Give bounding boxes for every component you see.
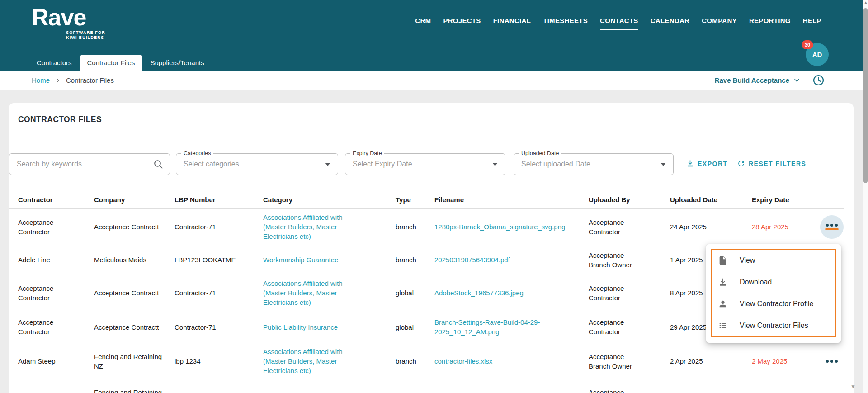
cell-expiry-date: 2 May 2025 <box>752 353 819 369</box>
ellipsis-icon <box>826 360 838 363</box>
cell-category[interactable]: Associations Affiliated with (Master Bui… <box>263 343 396 379</box>
cell-lbp: lbp 1234 <box>175 388 263 393</box>
cell-category[interactable]: Health and Safety <box>263 388 396 393</box>
table-row: Acceptance ContractorAcceptance Contract… <box>9 209 844 245</box>
cell-uploaded-date: 2 Apr 2025 <box>670 353 752 369</box>
cell-uploaded-by: Acceptance Contractor <box>589 314 670 340</box>
menu-item-view[interactable]: View <box>712 250 835 271</box>
nav-item-calendar[interactable]: CALENDAR <box>651 17 690 30</box>
person-icon <box>718 299 728 309</box>
cell-contractor: Acceptance Contractor <box>18 214 94 240</box>
page-title: CONTRACTOR FILES <box>18 115 102 124</box>
row-actions-button[interactable] <box>820 385 844 393</box>
cell-type: branch <box>396 251 434 268</box>
tab-suppliers-tenants[interactable]: Suppliers/Tenants <box>142 55 212 71</box>
cell-company: Acceptance Contractt <box>94 218 175 235</box>
cell-filename[interactable]: 20250319075643904.pdf <box>434 251 589 268</box>
cell-uploaded-date: 2 Apr 2025 <box>670 388 752 393</box>
app-header: Rave SOFTWARE FOR KIWI BUILDERS CRMPROJE… <box>0 0 863 71</box>
cell-filename[interactable]: AdobeStock_196577336.jpeg <box>434 284 589 301</box>
cell-contractor: Adam Steep <box>18 388 94 393</box>
menu-item-view-contractor-files[interactable]: View Contractor Files <box>712 315 835 336</box>
company-selector-dropdown[interactable]: Rave Build Acceptance <box>715 76 800 84</box>
uploaded-date-select[interactable]: Uploaded Date Select uploaded Date <box>514 153 674 175</box>
cell-filename[interactable]: contractor-files(2).xlsx <box>434 388 589 393</box>
row-actions-button[interactable] <box>820 215 844 239</box>
cell-contractor: Acceptance Contractor <box>18 280 94 306</box>
breadcrumb-home-link[interactable]: Home <box>32 76 50 84</box>
chevron-right-icon <box>55 78 61 83</box>
expiry-date-value: Select Expiry Date <box>353 154 412 175</box>
company-selector-label: Rave Build Acceptance <box>715 76 789 84</box>
search-icon[interactable] <box>153 159 164 171</box>
ellipsis-icon <box>826 224 838 227</box>
cell-company: Acceptance Contractt <box>94 284 175 301</box>
categories-value: Select categories <box>184 154 239 175</box>
notification-badge[interactable]: 30 <box>802 40 813 49</box>
cell-lbp: LBP123LOOKATME <box>175 251 263 268</box>
cell-type: branch <box>396 218 434 235</box>
main-nav: CRMPROJECTSFINANCIALTIMESHEETSCONTACTSCA… <box>415 17 821 30</box>
menu-item-view-contractor-profile[interactable]: View Contractor Profile <box>712 293 835 315</box>
scrollbar-thumb[interactable] <box>863 8 868 183</box>
column-header-filename: Filename <box>434 196 589 204</box>
tab-contractors[interactable]: Contractors <box>29 55 80 71</box>
nav-item-timesheets[interactable]: TIMESHEETS <box>543 17 588 30</box>
cell-type: branch <box>396 353 434 369</box>
cell-category[interactable]: Associations Affiliated with (Master Bui… <box>263 209 396 245</box>
breadcrumb-bar: Home Contractor Files Rave Build Accepta… <box>0 71 863 90</box>
cell-category[interactable]: Workmanship Guarantee <box>263 251 396 268</box>
cell-type: global <box>396 319 434 336</box>
expiry-date-select[interactable]: Expiry Date Select Expiry Date <box>345 153 505 175</box>
cell-lbp: Contractor-71 <box>175 218 263 235</box>
rave-logo[interactable]: Rave SOFTWARE FOR KIWI BUILDERS <box>32 5 105 40</box>
row-actions-menu: ViewDownloadView Contractor ProfileView … <box>706 244 841 343</box>
cell-type: branch <box>396 388 434 393</box>
cell-filename[interactable]: 1280px-Barack_Obama_signature_svg.png <box>434 218 589 235</box>
menu-item-label: View Contractor Profile <box>740 300 813 308</box>
nav-item-projects[interactable]: PROJECTS <box>443 17 481 30</box>
cell-expiry-date: 3 May 2025 <box>752 388 819 393</box>
menu-item-download[interactable]: Download <box>712 271 835 293</box>
nav-item-help[interactable]: HELP <box>803 17 821 30</box>
nav-item-contacts[interactable]: CONTACTS <box>600 17 638 30</box>
download-icon <box>718 277 728 287</box>
dropdown-caret-icon <box>660 163 666 166</box>
download-icon <box>686 159 694 168</box>
avatar[interactable]: AD 30 <box>806 43 829 66</box>
sub-tabs: ContractorsContractor FilesSuppliers/Ten… <box>29 55 212 71</box>
vertical-scrollbar[interactable]: ▲ <box>863 0 868 393</box>
nav-item-company[interactable]: COMPANY <box>702 17 737 30</box>
dropdown-caret-icon <box>325 163 330 166</box>
scroll-down-arrow-icon[interactable]: ▼ <box>850 384 856 390</box>
logo-text: Rave <box>32 5 105 30</box>
chevron-down-icon <box>793 77 800 84</box>
row-actions-button[interactable] <box>820 350 844 373</box>
reset-filters-button[interactable]: RESET FILTERS <box>737 159 806 168</box>
cell-category[interactable]: Associations Affiliated with (Master Bui… <box>263 275 396 311</box>
column-header-category: Category <box>263 196 396 204</box>
nav-item-reporting[interactable]: REPORTING <box>749 17 791 30</box>
avatar-initials: AD <box>812 51 822 58</box>
table-row: Adam SteepFencing and Retaining NZlbp 12… <box>9 343 844 379</box>
dropdown-caret-icon <box>492 163 498 166</box>
search-input[interactable] <box>9 154 170 175</box>
cell-category[interactable]: Public Liability Insurance <box>263 319 396 336</box>
breadcrumb-current: Contractor Files <box>66 76 114 84</box>
history-clock-button[interactable] <box>812 74 825 86</box>
cell-filename[interactable]: contractor-files.xlsx <box>434 353 589 369</box>
breadcrumb: Home Contractor Files <box>32 76 114 84</box>
logo-tagline: SOFTWARE FOR KIWI BUILDERS <box>66 30 105 40</box>
export-button[interactable]: EXPORT <box>686 159 728 168</box>
nav-item-crm[interactable]: CRM <box>415 17 431 30</box>
cell-company: Fencing and Retaining NZ <box>94 384 175 393</box>
nav-item-financial[interactable]: FINANCIAL <box>493 17 531 30</box>
search-field[interactable] <box>9 153 170 175</box>
tab-contractor-files[interactable]: Contractor Files <box>80 55 143 71</box>
column-header-type: Type <box>396 196 434 204</box>
list-icon <box>718 321 728 331</box>
categories-select[interactable]: Categories Select categories <box>176 153 338 175</box>
cell-filename[interactable]: Branch-Settings-Rave-Build-04-29-2025_10… <box>434 314 589 340</box>
scroll-up-arrow-icon[interactable]: ▲ <box>863 0 868 5</box>
clock-icon <box>812 74 825 86</box>
